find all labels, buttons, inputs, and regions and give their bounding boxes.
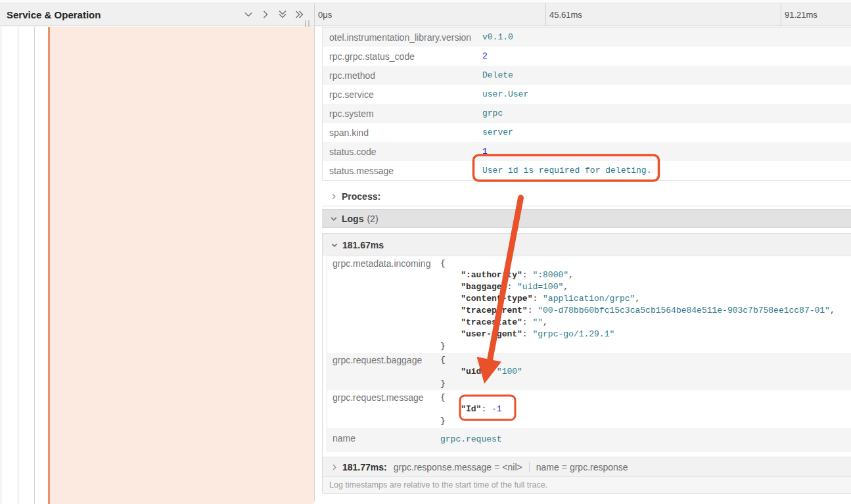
json-colon: : [522, 317, 533, 327]
column-title: Service & Operation [0, 9, 243, 20]
json-colon: : [528, 306, 538, 315]
summary-value: grpc.response [570, 462, 628, 472]
json-comma: , [635, 294, 640, 304]
json-entry: ":authority": ":8000", [440, 269, 835, 281]
json-comma: , [543, 317, 548, 327]
log-field-key: grpc.request.baggage [327, 354, 440, 390]
json-entry: "user-agent": "grpc-go/1.29.1" [440, 329, 835, 340]
log-fields-table: grpc.metadata.incoming{ ":authority": ":… [327, 256, 851, 451]
json-comma: , [830, 306, 835, 315]
summary-divider [529, 462, 530, 472]
tag-key: rpc.system [323, 108, 482, 119]
log-field-value: grpc.request [440, 432, 502, 446]
chevron-down-icon [330, 215, 338, 223]
json-comma: , [563, 282, 568, 292]
json-value: -1 [492, 404, 502, 414]
tag-key: rpc.service [323, 89, 482, 100]
json-value: "uid=100" [517, 282, 563, 292]
json-value: "" [532, 317, 543, 327]
json-key: "Id" [461, 404, 481, 414]
json-brace: { [440, 354, 522, 366]
field-value: User id is required for deleting. [482, 166, 651, 175]
summary-key: name [536, 462, 559, 472]
field-value: user.User [482, 89, 528, 99]
tag-key: status.message [323, 166, 482, 176]
log-field-value: { "uid": "100"} [440, 354, 522, 390]
service-operation-column-header: Service & Operation [0, 3, 314, 26]
json-entry: "uid": "100" [440, 366, 522, 378]
json-brace: { [440, 392, 502, 403]
tag-key: otel.instrumentation_library.version [323, 32, 482, 43]
json-entry: "Id": -1 [440, 403, 502, 415]
chevron-right-icon [330, 193, 338, 200]
span-indent-guide [18, 27, 18, 504]
span-indent-guide [34, 27, 35, 504]
log-field-key: name [327, 432, 440, 446]
json-brace: } [440, 378, 522, 390]
expand-one-icon[interactable] [260, 9, 271, 20]
tag-row: status.code1 [323, 142, 851, 161]
tag-row: rpc.grpc.status_code2 [323, 47, 851, 66]
field-value: 2 [482, 51, 488, 61]
tag-key: rpc.method [323, 70, 482, 81]
summary-kv: name=grpc.response [536, 462, 628, 472]
log-field-value: { "Id": -1} [440, 392, 502, 427]
json-value: ":8000" [532, 270, 568, 280]
collapse-all-icon[interactable] [277, 9, 288, 20]
json-colon: : [507, 282, 517, 292]
json-value: "00-d78bb60bfc15c3ca5cb1564be84e511e-903… [538, 306, 830, 315]
selected-span-row-highlight[interactable] [50, 27, 314, 504]
log-entry-header-closed[interactable]: 181.77ms: grpc.response.message=<nil>nam… [323, 457, 851, 477]
ruler-tick: 91.21ms [781, 3, 817, 26]
json-key: "content-type" [461, 294, 532, 304]
log-timestamp: 181.77ms: [342, 462, 387, 472]
json-value: "application/grpc" [543, 294, 635, 304]
tag-row: rpc.methodDelete [323, 66, 851, 85]
json-entry: "tracestate": "", [440, 317, 835, 329]
log-field-value: { ":authority": ":8000", "baggage": "uid… [440, 258, 835, 352]
json-key: "baggage" [461, 282, 507, 292]
json-brace: { [440, 258, 835, 269]
logs-label: Logs [342, 214, 363, 224]
timeline-ruler: 0μs 45.61ms 91.21ms [314, 3, 851, 26]
json-colon: : [481, 404, 492, 414]
tag-row: rpc.systemgrpc [323, 104, 851, 123]
field-value: server [482, 127, 513, 137]
summary-value: <nil> [502, 462, 522, 472]
tag-row: otel.instrumentation_library.versionv0.1… [323, 28, 851, 47]
log-timestamp: 181.67ms [342, 240, 384, 250]
logs-count: (2) [367, 214, 378, 224]
equals-sign: = [492, 462, 502, 472]
ruler-tick: 45.61ms [545, 3, 582, 26]
json-entry: "baggage": "uid=100", [440, 281, 835, 293]
log-field-key: grpc.request.message [327, 392, 440, 427]
json-key: "uid" [461, 367, 486, 377]
log-field-row: grpc.request.message{ "Id": -1} [327, 390, 851, 428]
chevron-right-icon [331, 463, 338, 471]
log-entry-header-open[interactable]: 181.67ms [323, 234, 851, 256]
json-colon: : [522, 329, 533, 339]
span-indent-guide [1, 27, 1, 504]
process-label: Process: [342, 191, 380, 202]
json-value: "grpc-go/1.29.1" [532, 329, 614, 339]
field-value: Delete [482, 70, 513, 80]
json-comma: , [568, 270, 574, 280]
expand-all-icon[interactable] [294, 9, 305, 20]
json-brace: } [440, 415, 502, 427]
process-accordion-header[interactable]: Process: [322, 187, 851, 206]
logs-accordion-header[interactable]: Logs (2) [322, 209, 851, 228]
json-entry: "content-type": "application/grpc", [440, 293, 835, 305]
tag-row: span.kindserver [323, 123, 851, 142]
json-value: "100" [497, 367, 522, 377]
field-value: 1 [482, 147, 488, 156]
span-tags-table: otel.instrumentation_library.versionv0.1… [322, 27, 851, 181]
tag-key: span.kind [323, 127, 482, 138]
json-brace: } [440, 340, 835, 352]
log-field-row: namegrpc.request [327, 428, 851, 451]
summary-kv: grpc.response.message=<nil> [394, 462, 522, 472]
logs-content: 181.67ms grpc.metadata.incoming{ ":autho… [322, 233, 851, 494]
summary-key: grpc.response.message [394, 462, 492, 472]
json-colon: : [486, 367, 497, 377]
equals-sign: = [559, 462, 570, 472]
collapse-one-icon[interactable] [243, 9, 254, 20]
